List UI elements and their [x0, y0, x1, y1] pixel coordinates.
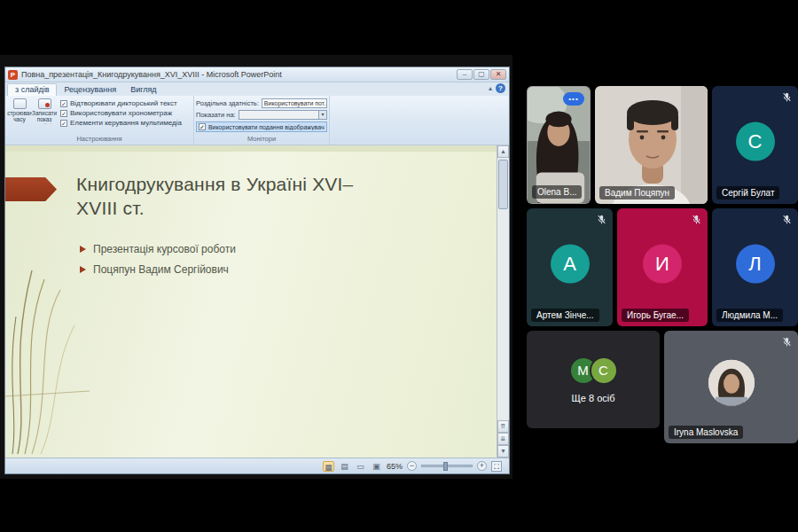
avatar-initial: И	[643, 244, 682, 283]
slide-accent-arrow	[5, 177, 57, 201]
checkbox-check-icon: ✓	[60, 120, 67, 127]
checkbox-check-icon: ✓	[60, 110, 67, 117]
slideshow-view-button[interactable]: ▣	[371, 461, 382, 472]
window-title: Повна_презентація_Книгодрукування_XVI_XV…	[21, 70, 457, 79]
avatar-photo	[708, 359, 755, 405]
rehearse-timings-icon	[13, 98, 27, 109]
scroll-up-button[interactable]: ▲	[497, 145, 509, 158]
participant-tile-iryna[interactable]: Iryna Maslovska	[664, 331, 798, 443]
zoom-out-button[interactable]: −	[407, 461, 417, 471]
record-slideshow-icon	[38, 98, 51, 109]
zoom-slider[interactable]	[421, 465, 473, 467]
participant-name: Игорь Бугае...	[622, 309, 689, 322]
zoom-level: 65%	[387, 462, 403, 471]
next-slide-button[interactable]: ⇊	[497, 433, 509, 445]
participant-tile-liudmyla[interactable]: Л Людмила М...	[712, 208, 798, 326]
setup-group-label: Настроювання	[7, 134, 192, 145]
rehearse-timings-button[interactable]: Настроювання часу	[7, 97, 32, 134]
bullet-arrow-icon	[80, 246, 86, 253]
resolution-dropdown[interactable]: Використовувати пот... ▾	[262, 98, 327, 108]
avatar-initial: А	[551, 244, 590, 283]
mic-muted-icon	[781, 91, 793, 103]
status-bar: ▦ ▤ ▭ ▣ 65% − + ⛶	[5, 458, 509, 473]
help-icon[interactable]: ?	[496, 83, 505, 93]
monitors-group-label: Монітори	[196, 134, 327, 145]
show-media-controls-checkbox[interactable]: ✓ Елементи керування мультимедіа	[60, 119, 190, 127]
avatar-initial: С	[736, 121, 775, 160]
tab-review[interactable]: Рецензування	[57, 84, 123, 96]
avatar-initial: С	[590, 356, 618, 385]
powerpoint-window: P Повна_презентація_Книгодрукування_XVI_…	[4, 66, 510, 474]
checkbox-check-icon: ✓	[60, 100, 67, 107]
mic-muted-icon	[596, 214, 607, 225]
participant-tile-artem[interactable]: А Артем Зінче...	[527, 208, 613, 326]
zoom-in-button[interactable]: +	[477, 461, 487, 471]
slide-sorter-view-button[interactable]: ▤	[339, 461, 350, 472]
zoom-slider-thumb[interactable]	[443, 462, 448, 471]
participant-tile-serhii[interactable]: С Сергій Булат	[712, 86, 798, 204]
slide-canvas[interactable]: Книгодрукування в Україні XVI–XVIII ст. …	[5, 145, 497, 458]
title-bar[interactable]: P Повна_презентація_Книгодрукування_XVI_…	[5, 67, 509, 82]
presenter-view-checkbox[interactable]: ✓ Використовувати подання відображувача	[196, 121, 327, 132]
screen-share-region: P Повна_презентація_Книгодрукування_XVI_…	[0, 55, 512, 479]
slide-editing-area: Книгодрукування в Україні XVI–XVIII ст. …	[5, 145, 509, 458]
maximize-button[interactable]: ▢	[473, 69, 489, 80]
meeting-stage: P Повна_презентація_Книгодрукування_XVI_…	[0, 0, 798, 532]
overflow-avatars: М С	[569, 356, 618, 385]
participant-name: Olena B...	[532, 185, 582, 199]
participant-name: Людмила М...	[716, 309, 783, 322]
fit-to-window-button[interactable]: ⛶	[491, 461, 502, 472]
powerpoint-app-icon: P	[8, 70, 18, 80]
close-button[interactable]: ✕	[490, 69, 506, 80]
slide-bullet: Поцяпун Вадим Сергійович	[80, 263, 236, 276]
scroll-down-button[interactable]: ▼	[497, 445, 509, 458]
ribbon-group-monitors: Роздільна здатність: Використовувати пот…	[194, 96, 330, 145]
minimize-button[interactable]: –	[457, 69, 473, 80]
participant-tile-olena[interactable]: ••• Olena B...	[527, 86, 591, 204]
resolution-label: Роздільна здатність:	[196, 99, 259, 107]
mic-muted-icon	[691, 214, 702, 225]
participant-tile-overflow[interactable]: М С Ще 8 осіб	[527, 331, 660, 428]
scrollbar-thumb[interactable]	[498, 160, 508, 209]
reading-view-button[interactable]: ▭	[355, 461, 366, 472]
slide-bullet: Презентація курсової роботи	[80, 243, 236, 255]
participant-name: Артем Зінче...	[531, 309, 599, 322]
record-slideshow-button[interactable]: Записати показ слайдів	[32, 97, 57, 134]
ribbon-group-setup: Настроювання часу Записати показ слайдів…	[5, 96, 194, 145]
chevron-down-icon: ▾	[318, 111, 326, 119]
play-narrations-checkbox[interactable]: ✓ Відтворювати дикторський текст	[60, 99, 190, 107]
show-on-dropdown[interactable]: ▾	[239, 110, 327, 120]
minimize-ribbon-icon[interactable]: ▴	[489, 84, 492, 92]
tab-view[interactable]: Вигляд	[123, 84, 164, 96]
slide-top-band	[5, 145, 497, 152]
participant-tile-vadym[interactable]: Вадим Поцяпун	[595, 86, 708, 204]
participant-name: Сергій Булат	[716, 186, 779, 200]
slide-decorative-curves	[5, 263, 90, 454]
avatar-initial: Л	[736, 244, 775, 283]
show-on-label: Показати на:	[196, 111, 236, 119]
mic-muted-icon	[781, 214, 793, 225]
tab-slide-show[interactable]: з слайдів	[7, 83, 57, 96]
vertical-scrollbar[interactable]: ▲ ⇈ ⇊ ▼	[497, 145, 509, 458]
slide-title: Книгодрукування в Україні XVI–XVIII ст.	[76, 172, 369, 221]
participant-name: Вадим Поцяпун	[599, 186, 675, 200]
more-options-button[interactable]: •••	[563, 92, 584, 106]
participant-tile-igor[interactable]: И Игорь Бугае...	[617, 208, 708, 326]
participant-name: Iryna Maslovska	[669, 426, 743, 439]
overflow-count-label: Ще 8 осіб	[571, 393, 614, 403]
ribbon: Настроювання часу Записати показ слайдів…	[5, 96, 509, 145]
previous-slide-button[interactable]: ⇈	[497, 420, 509, 433]
normal-view-button[interactable]: ▦	[323, 461, 334, 472]
use-timings-checkbox[interactable]: ✓ Використовувати хронометраж	[60, 109, 190, 117]
mic-muted-icon	[781, 336, 793, 348]
checkbox-check-icon: ✓	[199, 123, 206, 130]
ribbon-tab-row: з слайдів Рецензування Вигляд ▴ ?	[5, 82, 509, 96]
slide-bullet-list: Презентація курсової роботи Поцяпун Вади…	[80, 243, 236, 276]
